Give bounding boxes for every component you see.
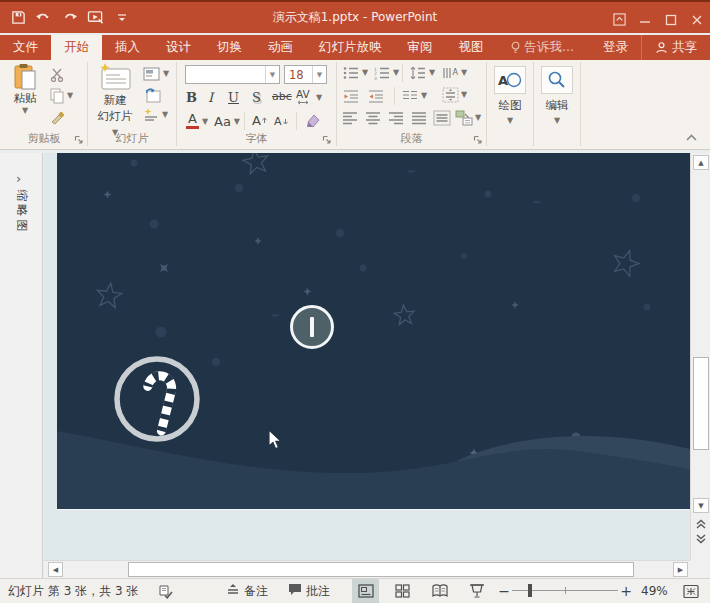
tab-home[interactable]: 开始: [51, 35, 102, 60]
vertical-scroll-thumb[interactable]: [693, 357, 709, 450]
scroll-left-icon[interactable]: ◀: [48, 562, 63, 577]
cut-button[interactable]: [50, 68, 66, 82]
convert-smartart-button[interactable]: ▼: [455, 110, 481, 126]
tab-slideshow[interactable]: 幻灯片放映: [306, 35, 395, 60]
font-name-dropdown[interactable]: ▼: [265, 66, 279, 83]
clear-formatting-button[interactable]: [304, 112, 322, 128]
text-direction-button[interactable]: A ▼: [442, 66, 467, 80]
align-right-button[interactable]: [388, 111, 404, 125]
section-button[interactable]: ▼: [143, 108, 168, 122]
tab-label: 插入: [115, 39, 140, 56]
align-text-button[interactable]: ▼: [442, 87, 467, 103]
change-case-button[interactable]: Aa▼: [214, 114, 240, 129]
minimize-icon[interactable]: [632, 4, 658, 35]
font-color-button[interactable]: A: [186, 112, 199, 129]
notes-toggle[interactable]: 备注: [226, 579, 268, 603]
increase-indent-button[interactable]: [368, 89, 384, 103]
reset-slide-button[interactable]: [144, 87, 161, 103]
normal-view-button[interactable]: [352, 579, 379, 603]
slide-number-indicator[interactable]: 幻灯片 第 3 张，共 3 张: [8, 579, 138, 603]
columns-button[interactable]: ▼: [402, 89, 427, 103]
fit-slide-to-window-button[interactable]: [683, 579, 699, 603]
previous-slide-icon[interactable]: [693, 516, 709, 531]
tab-review[interactable]: 审阅: [395, 35, 446, 60]
zoom-in-button[interactable]: +: [620, 583, 632, 599]
customize-qat-icon[interactable]: [110, 6, 134, 30]
slide-layout-button[interactable]: ▼: [143, 67, 169, 81]
bullets-button[interactable]: ▼: [343, 66, 368, 80]
start-slideshow-icon[interactable]: [84, 6, 108, 30]
horizontal-scroll-thumb[interactable]: [128, 562, 634, 577]
font-dialog-launcher[interactable]: [322, 134, 332, 144]
line-spacing-button[interactable]: ▼: [410, 66, 435, 80]
svg-text:3: 3: [374, 76, 377, 81]
align-text-caret: ▼: [461, 91, 467, 99]
thumbnail-pane-collapsed[interactable]: › 缩略图: [0, 153, 43, 578]
zoom-slider-thumb[interactable]: [528, 584, 532, 597]
zoom-out-button[interactable]: −: [498, 583, 510, 599]
paragraph-dialog-launcher[interactable]: [473, 134, 483, 144]
font-size-dropdown[interactable]: ▼: [312, 66, 326, 83]
paste-button[interactable]: 粘贴 ▼: [6, 63, 44, 115]
share-button[interactable]: 共享: [641, 35, 710, 60]
drawing-button[interactable]: A 绘图 ▼: [492, 66, 528, 125]
strikethrough-button[interactable]: abc: [272, 90, 292, 103]
clipboard-dialog-launcher[interactable]: [74, 134, 84, 144]
scroll-right-icon[interactable]: ▶: [673, 562, 688, 577]
circle-bar-icon[interactable]: [290, 305, 334, 349]
slide-sorter-view-button[interactable]: [389, 579, 416, 603]
sign-in-button[interactable]: 登录: [590, 35, 641, 60]
spacing-dropdown-caret[interactable]: ▼: [316, 94, 322, 102]
tab-animations[interactable]: 动画: [255, 35, 306, 60]
zoom-percentage[interactable]: 49%: [641, 579, 668, 603]
horizontal-scrollbar[interactable]: ◀ ▶: [44, 560, 690, 578]
bold-button[interactable]: B: [186, 90, 197, 105]
scroll-down-icon[interactable]: ▼: [693, 498, 709, 513]
font-name-combo[interactable]: ▼: [185, 65, 280, 84]
format-painter-button[interactable]: [50, 110, 66, 126]
spell-check-icon[interactable]: [158, 579, 173, 603]
increase-font-size-button[interactable]: A: [252, 113, 268, 128]
redo-icon[interactable]: [58, 6, 82, 30]
slideshow-view-button[interactable]: [463, 579, 490, 603]
candy-cane-icon[interactable]: [57, 153, 690, 509]
save-icon[interactable]: [6, 6, 30, 30]
paste-clipboard-icon: [13, 63, 37, 91]
new-slide-button[interactable]: 新建 幻灯片 ▼: [93, 63, 137, 140]
font-color-caret[interactable]: ▼: [202, 118, 208, 126]
zoom-slider[interactable]: [512, 579, 618, 603]
close-icon[interactable]: [684, 4, 710, 35]
collapse-ribbon-button[interactable]: [685, 131, 698, 145]
justify-button[interactable]: [411, 111, 427, 125]
comments-toggle[interactable]: 批注: [288, 579, 330, 603]
slide[interactable]: [57, 153, 690, 509]
tell-me-box[interactable]: 告诉我...: [497, 35, 587, 60]
decrease-font-size-button[interactable]: A: [274, 115, 289, 128]
copy-button[interactable]: ▼: [50, 88, 73, 104]
maximize-icon[interactable]: [658, 4, 684, 35]
text-shadow-button[interactable]: S: [252, 90, 261, 105]
tab-transitions[interactable]: 切换: [204, 35, 255, 60]
font-size-combo[interactable]: 18 ▼: [284, 65, 327, 84]
decrease-indent-button[interactable]: [343, 89, 359, 103]
next-slide-icon[interactable]: [693, 531, 709, 546]
distribute-button[interactable]: [433, 110, 451, 126]
undo-icon[interactable]: [32, 6, 56, 30]
ribbon-display-options-icon[interactable]: [606, 4, 632, 35]
tab-insert[interactable]: 插入: [102, 35, 153, 60]
align-center-button[interactable]: [365, 111, 381, 125]
italic-button[interactable]: I: [208, 90, 213, 105]
reading-view-button[interactable]: [426, 579, 453, 603]
tab-file[interactable]: 文件: [0, 35, 51, 60]
scroll-up-icon[interactable]: ▲: [693, 155, 709, 170]
tab-design[interactable]: 设计: [153, 35, 204, 60]
align-left-button[interactable]: [342, 111, 358, 125]
underline-button[interactable]: U: [228, 90, 239, 105]
editing-button[interactable]: 编辑 ▼: [539, 66, 575, 125]
character-spacing-button[interactable]: AV: [296, 88, 310, 105]
section-dropdown-caret: ▼: [162, 111, 168, 119]
tab-view[interactable]: 视图: [446, 35, 497, 60]
expand-pane-chevron-icon[interactable]: ›: [16, 171, 21, 186]
vertical-scrollbar[interactable]: ▲ ▼: [690, 153, 710, 578]
numbering-button[interactable]: 123 ▼: [374, 66, 399, 80]
